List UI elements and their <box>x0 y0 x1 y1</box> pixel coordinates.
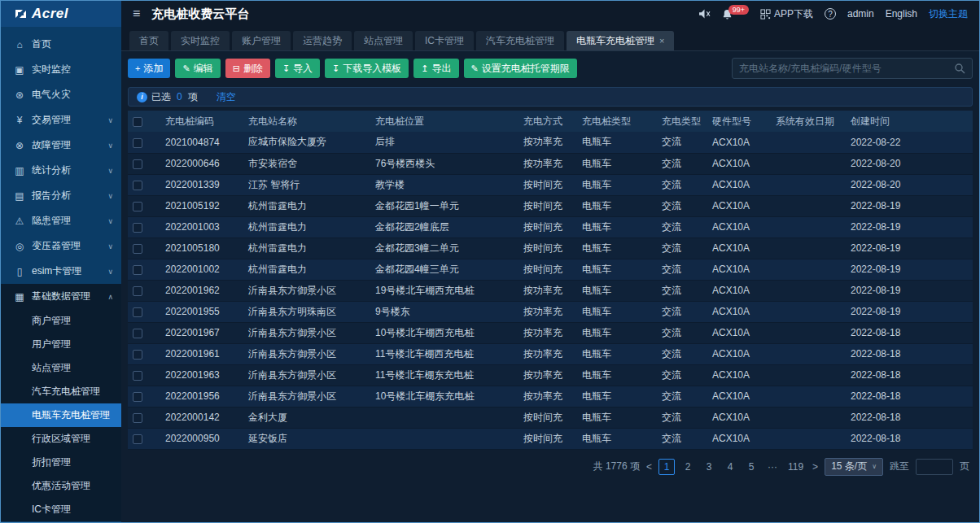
row-checkbox[interactable] <box>133 413 142 423</box>
tab-label: 账户管理 <box>242 34 281 48</box>
table-cell: 交流 <box>657 195 707 216</box>
language-switch[interactable]: English <box>886 8 917 20</box>
row-checkbox[interactable] <box>133 265 142 275</box>
table-cell: 2022-08-20 <box>846 174 973 195</box>
sidebar-subitem-6[interactable]: 折扣管理 <box>1 451 121 474</box>
row-checkbox[interactable] <box>133 286 142 296</box>
row-checkbox[interactable] <box>133 202 142 211</box>
help-icon[interactable]: ? <box>825 8 836 20</box>
table-cell: 市安装宿舍 <box>243 153 370 174</box>
tab-0[interactable]: 首页 <box>129 31 168 50</box>
username[interactable]: admin <box>847 8 874 20</box>
page-button-3[interactable]: 3 <box>701 459 717 475</box>
tab-1[interactable]: 实时监控 <box>171 31 230 50</box>
sidebar-item-3[interactable]: ¥交易管理∨ <box>1 107 121 133</box>
export-button[interactable]: ↥导出 <box>413 59 458 78</box>
sidebar-item-2[interactable]: ⊛电气火灾 <box>1 82 121 107</box>
table-cell: 按功率充 <box>518 322 577 343</box>
tab-7[interactable]: 电瓶车充电桩管理× <box>567 31 674 50</box>
select-all-checkbox[interactable] <box>133 117 142 127</box>
table-cell: 2021005180 <box>160 238 243 259</box>
tab-5[interactable]: IC卡管理 <box>415 31 474 50</box>
table-row: 2022000646市安装宿舍76号楼西楼头按功率充电瓶车交流ACX10A202… <box>128 153 973 174</box>
page-size-select[interactable]: 15 条/页 ∨ <box>825 458 883 476</box>
sidebar-item-4[interactable]: ⊗故障管理∨ <box>1 133 121 158</box>
page-button-119[interactable]: 119 <box>785 459 806 475</box>
row-checkbox[interactable] <box>133 138 142 148</box>
tab-6[interactable]: 汽车充电桩管理 <box>476 31 564 50</box>
table-cell: 杭州雷霆电力 <box>243 195 370 216</box>
sidebar-item-7[interactable]: ⚠隐患管理∨ <box>1 208 121 233</box>
import-button[interactable]: ↧导入 <box>275 59 320 78</box>
chevron-down-icon: ∨ <box>107 192 113 200</box>
sidebar-item-9[interactable]: ▯esim卡管理∨ <box>1 259 121 284</box>
table-cell: 交流 <box>657 216 707 238</box>
row-checkbox[interactable] <box>133 434 142 444</box>
edit-icon: ✎ <box>182 63 190 74</box>
row-checkbox-cell <box>128 364 160 386</box>
sidebar-item-8[interactable]: ◎变压器管理∨ <box>1 233 121 259</box>
sidebar-subitem-3[interactable]: 汽车充电桩管理 <box>1 380 121 403</box>
sidebar-subitem-7[interactable]: 优惠活动管理 <box>1 474 121 498</box>
table-cell: ACX10A <box>707 259 771 280</box>
sidebar-group: ▦基础数据管理∧商户管理用户管理站点管理汽车充电桩管理电瓶车充电桩管理行政区域管… <box>1 284 121 521</box>
row-checkbox[interactable] <box>133 350 142 360</box>
row-checkbox[interactable] <box>133 181 142 190</box>
table-cell: 11号楼北车棚西充电桩 <box>370 343 518 364</box>
notification-bell-icon[interactable]: 99+ <box>722 9 749 20</box>
sidebar-item-10[interactable]: ▦基础数据管理∧ <box>1 284 121 309</box>
mute-icon[interactable] <box>698 9 711 19</box>
download-icon: ↧ <box>332 63 339 74</box>
sidebar-item-label: 报告分析 <box>32 189 107 203</box>
sidebar-subitem-0[interactable]: 商户管理 <box>1 309 121 333</box>
tab-4[interactable]: 站点管理 <box>354 31 413 50</box>
table-cell: 2022-08-18 <box>846 322 973 343</box>
prev-page-button[interactable]: < <box>646 461 652 473</box>
delete-button[interactable]: ⊟删除 <box>225 59 270 78</box>
tab-3[interactable]: 运营趋势 <box>293 31 352 50</box>
page-button-5[interactable]: 5 <box>743 459 759 475</box>
download-template-button[interactable]: ↧下载导入模板 <box>325 59 409 78</box>
sidebar-item-5[interactable]: ▥统计分析∨ <box>1 158 121 183</box>
add-button[interactable]: +添加 <box>128 59 170 78</box>
row-checkbox[interactable] <box>133 159 142 169</box>
sidebar-subitem-8[interactable]: IC卡管理 <box>1 498 121 521</box>
set-hosting-period-button[interactable]: ✎设置充电桩托管期限 <box>464 59 577 78</box>
column-header-7: 系统有效日期 <box>771 111 846 132</box>
table-cell: 2022-08-22 <box>846 132 973 153</box>
acrel-logo-icon <box>14 8 27 20</box>
search-icon[interactable] <box>954 63 965 74</box>
row-checkbox[interactable] <box>133 307 142 317</box>
row-checkbox[interactable] <box>133 244 142 254</box>
clear-selection-link[interactable]: 清空 <box>217 90 236 104</box>
next-page-button[interactable]: > <box>812 461 818 473</box>
table-cell: 按功率充 <box>518 343 577 364</box>
collapse-menu-icon[interactable]: ≡ <box>133 7 140 21</box>
table-cell: 2022000950 <box>160 428 243 449</box>
base-data-icon: ▦ <box>12 291 27 303</box>
sidebar-item-6[interactable]: ▤报告分析∨ <box>1 183 121 208</box>
row-checkbox[interactable] <box>133 371 142 381</box>
jump-page-input[interactable] <box>916 459 953 475</box>
sidebar-subitem-1[interactable]: 用户管理 <box>1 333 121 356</box>
sidebar-subitem-4[interactable]: 电瓶车充电桩管理 <box>1 403 121 427</box>
table-row: 2022001003杭州雷霆电力金都花园2幢底层按时间充电瓶车交流ACX10A2… <box>128 216 973 238</box>
page-button-2[interactable]: 2 <box>680 459 696 475</box>
theme-switch-link[interactable]: 切换主题 <box>929 7 968 21</box>
sidebar-subitem-2[interactable]: 站点管理 <box>1 356 121 380</box>
tab-close-icon[interactable]: × <box>659 36 664 46</box>
sidebar-subitem-5[interactable]: 行政区域管理 <box>1 427 121 451</box>
app-download-link[interactable]: APP下载 <box>760 7 813 21</box>
tab-label: 汽车充电桩管理 <box>486 34 554 48</box>
search-input[interactable] <box>739 63 949 74</box>
edit-button[interactable]: ✎编辑 <box>175 59 220 78</box>
row-checkbox[interactable] <box>133 392 142 402</box>
sidebar-item-1[interactable]: ▣实时监控 <box>1 57 121 82</box>
tab-2[interactable]: 账户管理 <box>232 31 291 50</box>
page-button-4[interactable]: 4 <box>722 459 738 475</box>
row-checkbox[interactable] <box>133 223 142 233</box>
row-checkbox[interactable] <box>133 329 142 338</box>
page-button-1[interactable]: 1 <box>658 459 675 475</box>
column-header-1: 充电站名称 <box>243 111 370 132</box>
sidebar-item-0[interactable]: ⌂首页 <box>1 32 121 57</box>
